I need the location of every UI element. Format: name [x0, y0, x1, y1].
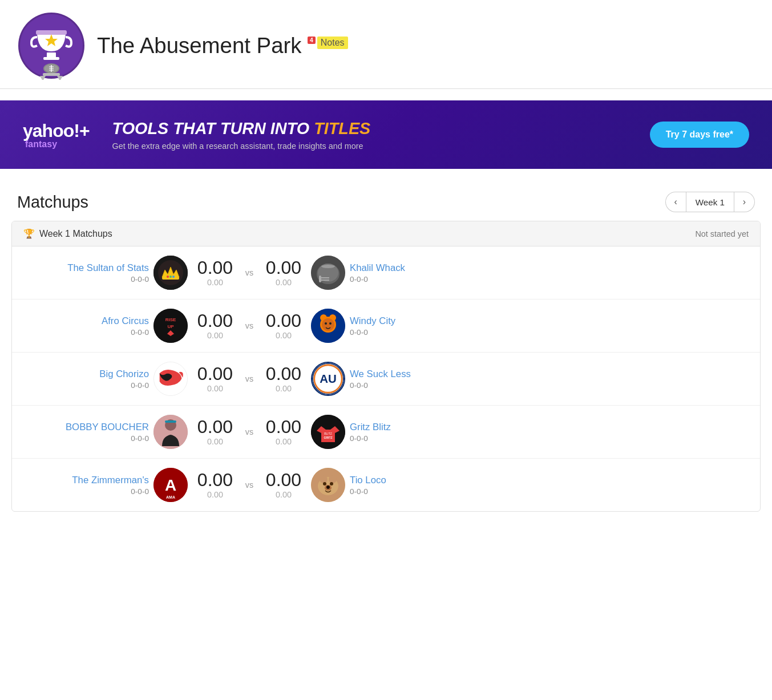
- svg-point-59: [326, 485, 330, 489]
- right-team-record-1: 0-0-0: [350, 328, 368, 337]
- left-score-main-3: 0.00: [197, 418, 233, 436]
- right-avatar-2: AU: [311, 362, 345, 396]
- left-score-proj-4: 0.00: [207, 490, 223, 499]
- next-week-button[interactable]: ›: [734, 192, 755, 212]
- ad-subtext: Get the extra edge with a research assis…: [112, 141, 633, 151]
- svg-point-19: [167, 276, 169, 278]
- left-team-1: Afro Circus 0-0-0: [23, 315, 149, 337]
- left-scores-4: 0.00 0.00: [192, 471, 238, 499]
- svg-text:AMA: AMA: [166, 495, 175, 499]
- right-scores-1: 0.00 0.00: [261, 311, 306, 340]
- left-team-name-4[interactable]: The Zimmerman's: [72, 475, 149, 486]
- left-score-main-1: 0.00: [197, 311, 233, 330]
- right-team-2: We Suck Less 0-0-0: [350, 369, 475, 390]
- right-score-proj-2: 0.00: [276, 384, 292, 393]
- matchups-container: 🏆 Week 1 Matchups Not started yet The Su…: [11, 221, 761, 512]
- matchup-row: Afro Circus 0-0-0 RISE UP 0.00 0.00 vs 0…: [12, 300, 760, 353]
- left-team-record-0: 0-0-0: [131, 275, 149, 284]
- notes-count-badge: 4: [308, 37, 316, 44]
- yahoo-brand: yahoo!+ fantasy: [23, 120, 90, 149]
- left-score-main-4: 0.00: [197, 471, 233, 489]
- notes-badge-wrapper: 4 Notes: [308, 33, 348, 49]
- left-avatar-3: [153, 415, 188, 449]
- week-header-row: 🏆 Week 1 Matchups Not started yet: [12, 221, 760, 246]
- right-scores-4: 0.00 0.00: [261, 471, 306, 499]
- yahoo-logo-text: yahoo!+: [23, 120, 90, 141]
- matchup-row: Big Chorizo 0-0-0 0.00 0.00 vs 0.00 0.00: [12, 353, 760, 406]
- left-team-record-1: 0-0-0: [131, 328, 149, 337]
- left-scores-1: 0.00 0.00: [192, 311, 238, 340]
- svg-point-57: [330, 482, 333, 485]
- right-team-name-2[interactable]: We Suck Less: [350, 369, 411, 380]
- right-team-record-4: 0-0-0: [350, 487, 368, 496]
- left-score-main-0: 0.00: [197, 258, 233, 277]
- svg-point-37: [325, 322, 327, 325]
- svg-text:GRITZ: GRITZ: [324, 436, 333, 439]
- right-team-1: Windy City 0-0-0: [350, 315, 475, 337]
- ad-headline-titles: TITLES: [314, 119, 370, 137]
- left-avatar-1: RISE UP: [153, 309, 188, 343]
- week-header-text: Week 1 Matchups: [39, 229, 112, 239]
- header-text: The Abusement Park 4 Notes: [97, 33, 348, 58]
- right-score-main-4: 0.00: [266, 471, 301, 489]
- vs-label-0: vs: [238, 268, 261, 277]
- left-team-name-1[interactable]: Afro Circus: [102, 315, 149, 327]
- left-scores-0: 0.00 0.00: [192, 258, 238, 287]
- matchup-row: BOBBY BOUCHER 0-0-0 0.00 0.00 vs 0.00 0.…: [12, 406, 760, 459]
- svg-rect-4: [36, 30, 67, 35]
- matchup-status: Not started yet: [695, 229, 749, 238]
- page-header: The Abusement Park 4 Notes: [0, 0, 772, 88]
- vs-label-1: vs: [238, 321, 261, 330]
- right-team-name-3[interactable]: Gritz Blitz: [350, 422, 391, 433]
- svg-point-38: [329, 322, 332, 325]
- left-team-0: The Sultan of Stats 0-0-0: [23, 262, 149, 284]
- ad-banner: yahoo!+ fantasy TOOLS THAT TURN INTO TIT…: [0, 100, 772, 169]
- left-score-proj-1: 0.00: [207, 331, 223, 340]
- left-avatar-0: [153, 256, 188, 290]
- svg-point-21: [172, 276, 175, 278]
- prev-week-button[interactable]: ‹: [665, 192, 686, 212]
- svg-rect-11: [43, 73, 60, 76]
- ad-cta-button[interactable]: Try 7 days free*: [650, 122, 749, 148]
- week-label: Week 1: [686, 192, 734, 212]
- vs-label-3: vs: [238, 427, 261, 436]
- right-team-name-4[interactable]: Tio Loco: [350, 475, 386, 486]
- left-team-name-2[interactable]: Big Chorizo: [99, 369, 149, 380]
- right-score-proj-3: 0.00: [276, 437, 292, 446]
- right-score-main-1: 0.00: [266, 311, 301, 330]
- left-team-4: The Zimmerman's 0-0-0: [23, 475, 149, 496]
- left-scores-2: 0.00 0.00: [192, 365, 238, 393]
- right-team-record-2: 0-0-0: [350, 381, 368, 390]
- right-team-name-0[interactable]: Khalil Whack: [350, 262, 405, 274]
- left-team-name-0[interactable]: The Sultan of Stats: [67, 262, 149, 274]
- left-team-record-3: 0-0-0: [131, 434, 149, 443]
- svg-text:UP: UP: [167, 324, 174, 329]
- left-avatar-2: [153, 362, 188, 396]
- right-team-4: Tio Loco 0-0-0: [350, 475, 475, 496]
- svg-text:AU: AU: [320, 372, 337, 385]
- svg-point-55: [329, 475, 337, 483]
- league-logo: [17, 11, 86, 80]
- svg-text:BLITZ: BLITZ: [324, 432, 332, 435]
- left-team-2: Big Chorizo 0-0-0: [23, 369, 149, 390]
- right-team-record-3: 0-0-0: [350, 434, 368, 443]
- right-avatar-1: [311, 309, 345, 343]
- trophy-icon: 🏆: [23, 228, 35, 239]
- right-score-proj-4: 0.00: [276, 490, 292, 499]
- left-team-name-3[interactable]: BOBBY BOUCHER: [66, 422, 149, 433]
- right-team-0: Khalil Whack 0-0-0: [350, 262, 475, 284]
- notes-label[interactable]: Notes: [317, 37, 348, 49]
- vs-label-2: vs: [238, 374, 261, 383]
- right-scores-3: 0.00 0.00: [261, 418, 306, 446]
- svg-rect-45: [165, 420, 176, 423]
- left-score-proj-0: 0.00: [207, 278, 223, 287]
- left-avatar-4: A AMA: [153, 468, 188, 502]
- left-score-proj-2: 0.00: [207, 384, 223, 393]
- svg-point-20: [169, 276, 172, 278]
- right-score-main-2: 0.00: [266, 365, 301, 383]
- right-score-main-3: 0.00: [266, 418, 301, 436]
- svg-point-54: [320, 475, 328, 483]
- matchups-header: Matchups ‹ Week 1 ›: [0, 180, 772, 221]
- svg-point-56: [323, 482, 326, 485]
- right-team-name-1[interactable]: Windy City: [350, 315, 395, 327]
